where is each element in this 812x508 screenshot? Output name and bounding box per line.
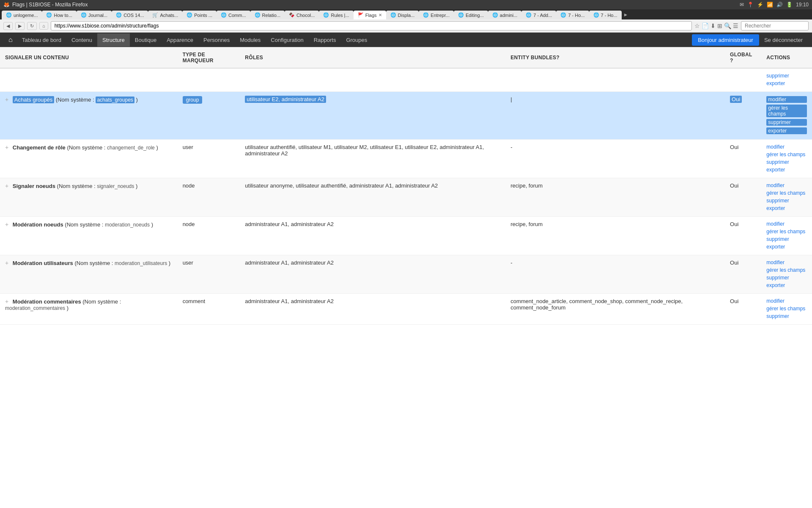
- drag-handle-signaler[interactable]: +: [5, 182, 8, 189]
- tab-8[interactable]: 🍫Chocol...: [285, 11, 319, 19]
- nav-personnes[interactable]: Personnes: [198, 33, 235, 47]
- action-gerer-champs-signaler[interactable]: gérer les champs: [766, 190, 807, 196]
- tab-2[interactable]: 🌐Journal...: [77, 11, 112, 19]
- nav-modules[interactable]: Modules: [235, 33, 266, 47]
- action-modifier-changement[interactable]: modifier: [766, 144, 807, 150]
- nav-groupes[interactable]: Groupes: [341, 33, 372, 47]
- cell-moderationusers-bundles: -: [505, 255, 725, 294]
- action-gerer-champs-moderationusers[interactable]: gérer les champs: [766, 267, 807, 273]
- cell-achats-roles: utilisateur E2, administrateur A2: [240, 92, 505, 140]
- action-exporter-signaler[interactable]: exporter: [766, 205, 807, 211]
- cell-empty-actions: supprimer exporter: [761, 68, 812, 92]
- nav-home-icon[interactable]: ⌂: [4, 33, 17, 47]
- drag-handle-moderationusers[interactable]: +: [5, 260, 8, 266]
- tab-1[interactable]: 🌐How to...: [42, 11, 76, 19]
- nav-contenu[interactable]: Contenu: [66, 33, 97, 47]
- action-modifier-moderationusers[interactable]: modifier: [766, 260, 807, 265]
- search-input[interactable]: [741, 21, 809, 30]
- bookmark-icon[interactable]: ☆: [694, 22, 700, 29]
- tab-13[interactable]: 🌐Editing...: [454, 11, 488, 19]
- tab-favicon-1: 🌐: [46, 12, 52, 18]
- action-modifier-moderationnodes[interactable]: modifier: [766, 221, 807, 227]
- tab-4[interactable]: 🛒Achats...: [148, 11, 182, 19]
- tab-favicon-17: 🌐: [593, 12, 599, 18]
- tab-7[interactable]: 🌐Relatio...: [250, 11, 285, 19]
- back-button[interactable]: ◀: [3, 22, 13, 30]
- action-exporter-moderationnodes[interactable]: exporter: [766, 244, 807, 250]
- forward-button[interactable]: ▶: [15, 22, 25, 30]
- action-exporter-empty[interactable]: exporter: [766, 80, 807, 86]
- action-modifier-moderationcomments[interactable]: modifier: [766, 298, 807, 304]
- action-exporter-moderationusers[interactable]: exporter: [766, 282, 807, 288]
- cell-moderationnodes-actions: modifier gérer les champs supprimer expo…: [761, 217, 812, 255]
- tab-bar: 🌐unlogeme... 🌐How to... 🌐Journal... 🌐COS…: [0, 9, 812, 19]
- cell-changement-name: + Changement de rôle (Nom système : chan…: [0, 140, 178, 178]
- nav-apparence[interactable]: Apparence: [162, 33, 198, 47]
- cell-signaler-actions: modifier gérer les champs supprimer expo…: [761, 178, 812, 217]
- tab-12[interactable]: 🌐Entrepr...: [419, 11, 454, 19]
- table-row-empty: supprimer exporter: [0, 68, 812, 92]
- tab-6[interactable]: 🌐Comm...: [217, 11, 250, 19]
- tab-15[interactable]: 🌐7 - Add...: [521, 11, 556, 19]
- address-input[interactable]: [51, 21, 692, 30]
- nav-structure[interactable]: Structure: [97, 33, 130, 47]
- action-exporter-changement[interactable]: exporter: [766, 167, 807, 173]
- tab-favicon-3: 🌐: [116, 12, 122, 18]
- reader-icon[interactable]: 📄: [702, 22, 709, 29]
- drag-handle-changement[interactable]: +: [5, 144, 8, 151]
- system-name-suffix-signaler: ): [136, 183, 137, 189]
- tab-9[interactable]: 🌐Rules |...: [319, 11, 353, 19]
- action-supprimer-signaler[interactable]: supprimer: [766, 198, 807, 204]
- action-gerer-champs-moderationcomments[interactable]: gérer les champs: [766, 306, 807, 312]
- menu-icon[interactable]: ⊞: [717, 22, 722, 29]
- action-exporter-achats[interactable]: exporter: [766, 127, 807, 134]
- action-supprimer-changement[interactable]: supprimer: [766, 159, 807, 165]
- nav-tableau-de-bord[interactable]: Tableau de bord: [17, 33, 66, 47]
- top-nav: ⌂ Tableau de bord Contenu Structure Bout…: [0, 33, 812, 47]
- action-modifier-achats[interactable]: modifier: [766, 96, 807, 103]
- action-supprimer-moderationnodes[interactable]: supprimer: [766, 236, 807, 242]
- drag-handle-achats[interactable]: +: [5, 96, 8, 103]
- action-supprimer-empty[interactable]: supprimer: [766, 73, 807, 79]
- refresh-button[interactable]: ↻: [27, 22, 37, 30]
- tab-close-10[interactable]: ✕: [379, 13, 382, 17]
- settings-icon[interactable]: ☰: [733, 22, 738, 29]
- nav-boutique[interactable]: Boutique: [130, 33, 162, 47]
- action-gerer-champs-moderationnodes[interactable]: gérer les champs: [766, 229, 807, 235]
- tab-favicon-14: 🌐: [492, 12, 498, 18]
- table-row-achats-groupes: + Achats groupés (Nom système : achats_g…: [0, 92, 812, 140]
- firefox-icon: 🦊: [3, 2, 10, 8]
- nav-user-label[interactable]: Bonjour administrateur: [692, 34, 759, 46]
- tab-overflow-button[interactable]: ▸: [622, 9, 630, 19]
- drag-handle-moderationnodes[interactable]: +: [5, 221, 8, 228]
- tab-10-flags[interactable]: 🚩Flags✕: [354, 11, 386, 19]
- tab-16[interactable]: 🌐7 - Ho...: [556, 11, 589, 19]
- action-supprimer-moderationusers[interactable]: supprimer: [766, 275, 807, 281]
- action-gerer-champs-changement[interactable]: gérer les champs: [766, 152, 807, 157]
- action-gerer-champs-achats[interactable]: gérer les champs: [766, 105, 807, 117]
- action-modifier-signaler[interactable]: modifier: [766, 182, 807, 188]
- tab-5[interactable]: 🌐Points ...: [182, 11, 217, 19]
- tab-11[interactable]: 🌐Displa...: [386, 11, 419, 19]
- tab-3[interactable]: 🌐COS 14...: [112, 11, 148, 19]
- tab-favicon-11: 🌐: [390, 12, 396, 18]
- tab-0[interactable]: 🌐unlogeme...: [2, 11, 42, 19]
- cell-empty-global: [725, 68, 761, 92]
- cell-changement-actions: modifier gérer les champs supprimer expo…: [761, 140, 812, 178]
- nav-rapports[interactable]: Rapports: [309, 33, 341, 47]
- tab-17[interactable]: 🌐7 - Ho...: [589, 11, 622, 19]
- action-supprimer-achats[interactable]: supprimer: [766, 119, 807, 126]
- nav-logout-button[interactable]: Se déconnecter: [759, 33, 808, 47]
- cell-signaler-name: + Signaler noeuds (Nom système : signale…: [0, 178, 178, 217]
- col-header-type: TYPE DE MARQUEUR: [178, 47, 240, 69]
- home-button[interactable]: ⌂: [39, 22, 48, 30]
- tab-14[interactable]: 🌐admini...: [488, 11, 522, 19]
- zoom-icon[interactable]: 🔍: [724, 22, 731, 29]
- action-supprimer-moderationcomments[interactable]: supprimer: [766, 313, 807, 319]
- download-icon[interactable]: ⬇: [710, 22, 716, 29]
- flag-name-moderationnodes: Modération noeuds: [13, 221, 63, 228]
- drag-handle-moderationcomments[interactable]: +: [5, 298, 8, 305]
- table-row-moderation-noeuds: + Modération noeuds (Nom système : moder…: [0, 217, 812, 255]
- bluetooth-icon: ⚡: [757, 2, 763, 8]
- nav-configuration[interactable]: Configuration: [266, 33, 308, 47]
